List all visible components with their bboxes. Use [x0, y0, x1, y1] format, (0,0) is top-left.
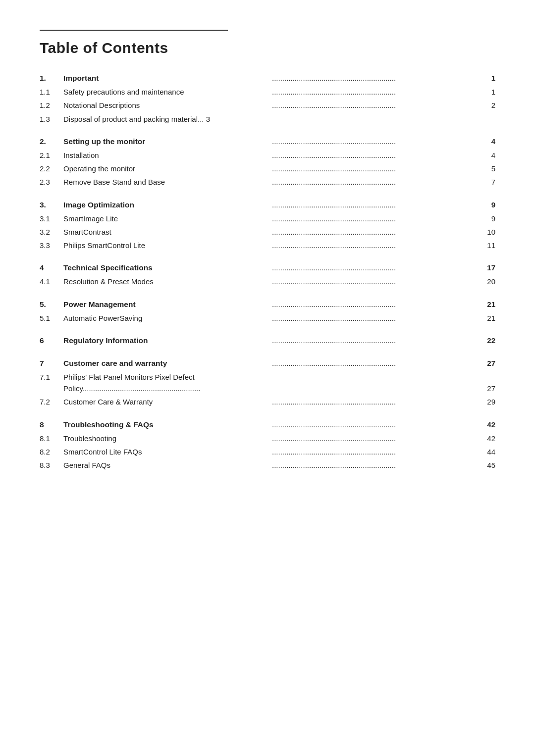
toc-dots: ........................................… [271, 176, 481, 188]
toc-dots: ........................................… [271, 163, 481, 174]
toc-row: 2.1Installation.........................… [40, 150, 495, 161]
toc-dots: ........................................… [271, 312, 481, 324]
toc-page: 20 [481, 276, 495, 287]
toc-dots: ........................................… [271, 335, 481, 346]
toc-row: 1.2Notational Descriptions..............… [40, 100, 495, 111]
toc-label: Philips' Flat Panel Monitors Pixel Defec… [63, 371, 495, 383]
toc-page: 45 [481, 459, 495, 471]
toc-dots: ........................................… [271, 213, 481, 224]
toc-label-cont: Policy..................................… [63, 383, 495, 394]
toc-row: 5.Power Management......................… [40, 299, 495, 310]
toc-dots: ........................................… [271, 136, 481, 147]
toc-dots: ........................................… [271, 276, 481, 287]
toc-page: 7 [481, 176, 495, 188]
toc-label: General FAQs [63, 459, 271, 471]
toc-page: 9 [481, 199, 495, 210]
toc-label: Customer care and warranty [63, 357, 271, 369]
toc-row: 6Regulatory Information.................… [40, 335, 495, 347]
toc-label: Customer Care & Warranty [63, 396, 271, 407]
toc-num: 7 [40, 357, 63, 369]
toc-page: 5 [481, 163, 495, 174]
toc-row: 7.1Philips' Flat Panel Monitors Pixel De… [40, 371, 495, 395]
toc-num: 3. [40, 199, 63, 211]
toc-label: Image Optimization [63, 199, 271, 211]
toc-num: 6 [40, 335, 63, 347]
toc-page: 44 [481, 446, 495, 457]
toc-label: Disposal of product and packing material… [63, 113, 495, 125]
toc-container: 1.Important.............................… [40, 72, 495, 471]
toc-num: 4.1 [40, 276, 63, 287]
toc-num: 3.3 [40, 240, 63, 251]
toc-dots: ........................................… [271, 433, 481, 444]
toc-label: Troubleshooting [63, 433, 271, 444]
toc-page: 17 [481, 262, 495, 273]
toc-num: 5.1 [40, 312, 63, 324]
toc-label: Important [63, 72, 271, 84]
toc-dots: ........................................… [271, 357, 481, 369]
toc-section-section2: 2.Setting up the monitor................… [40, 136, 495, 188]
toc-page: 9 [481, 213, 495, 224]
toc-num: 3.2 [40, 226, 63, 238]
toc-section-section5: 5.Power Management......................… [40, 299, 495, 324]
toc-label: Troubleshooting & FAQs [63, 419, 271, 431]
toc-num: 4 [40, 262, 63, 274]
toc-page: 4 [481, 150, 495, 161]
toc-label: Installation [63, 150, 271, 161]
toc-dots: ........................................… [271, 226, 481, 238]
toc-section-section8: 8Troubleshooting & FAQs.................… [40, 419, 495, 471]
toc-row: 8.2SmartControl Lite FAQs...............… [40, 446, 495, 457]
toc-row: 8.1Troubleshooting......................… [40, 433, 495, 444]
toc-section-section6: 6Regulatory Information.................… [40, 335, 495, 347]
toc-num: 1. [40, 72, 63, 84]
toc-num: 1.2 [40, 100, 63, 111]
toc-page: 21 [481, 312, 495, 324]
toc-row: 4.1Resolution & Preset Modes............… [40, 276, 495, 287]
toc-page: 1 [481, 86, 495, 98]
toc-num: 5. [40, 299, 63, 310]
toc-label: Notational Descriptions [63, 100, 271, 111]
toc-page: 22 [481, 335, 495, 346]
toc-label: Philips SmartControl Lite [63, 240, 271, 251]
toc-num: 7.2 [40, 396, 63, 407]
toc-row: 1.1Safety precautions and maintenance...… [40, 86, 495, 98]
page-title: Table of Contents [40, 40, 495, 56]
toc-row: 5.1Automatic PowerSaving................… [40, 312, 495, 324]
toc-row: 7.2Customer Care & Warranty.............… [40, 396, 495, 407]
toc-page: 4 [481, 136, 495, 147]
toc-row: 1.Important.............................… [40, 72, 495, 84]
toc-num: 3.1 [40, 213, 63, 224]
toc-section-section7: 7Customer care and warranty ............… [40, 357, 495, 408]
toc-row: 7Customer care and warranty ............… [40, 357, 495, 369]
toc-page: 27 [481, 357, 495, 369]
toc-dots: ........................................… [271, 240, 481, 251]
toc-num: 8.2 [40, 446, 63, 457]
toc-label: Resolution & Preset Modes [63, 276, 271, 287]
toc-row: 8Troubleshooting & FAQs.................… [40, 419, 495, 431]
toc-row: 3.3Philips SmartControl Lite............… [40, 240, 495, 251]
toc-row: 2.3Remove Base Stand and Base...........… [40, 176, 495, 188]
toc-label: Regulatory Information [63, 335, 271, 347]
toc-row: 3.2SmartContrast........................… [40, 226, 495, 238]
toc-row: 3.Image Optimization....................… [40, 199, 495, 211]
toc-label: Operating the monitor [63, 163, 271, 174]
toc-label: SmartImage Lite [63, 213, 271, 224]
toc-dots: ........................................… [271, 199, 481, 210]
toc-page: 42 [481, 433, 495, 444]
toc-page: 10 [481, 226, 495, 238]
toc-label: Automatic PowerSaving [63, 312, 271, 324]
toc-label: Power Management [63, 299, 271, 310]
toc-page: 2 [481, 100, 495, 111]
toc-num: 7.1 [40, 371, 63, 383]
toc-row: 4Technical Specifications...............… [40, 262, 495, 274]
toc-page: 21 [481, 299, 495, 310]
toc-dots: ........................................… [271, 262, 481, 273]
toc-num: 1.3 [40, 113, 63, 125]
toc-page: 1 [481, 72, 495, 84]
toc-num: 1.1 [40, 86, 63, 98]
toc-page: 42 [481, 419, 495, 430]
toc-num: 8.1 [40, 433, 63, 444]
toc-label: Remove Base Stand and Base [63, 176, 271, 188]
toc-num: 2.1 [40, 150, 63, 161]
toc-dots: ........................................… [271, 150, 481, 161]
toc-num: 2. [40, 136, 63, 148]
